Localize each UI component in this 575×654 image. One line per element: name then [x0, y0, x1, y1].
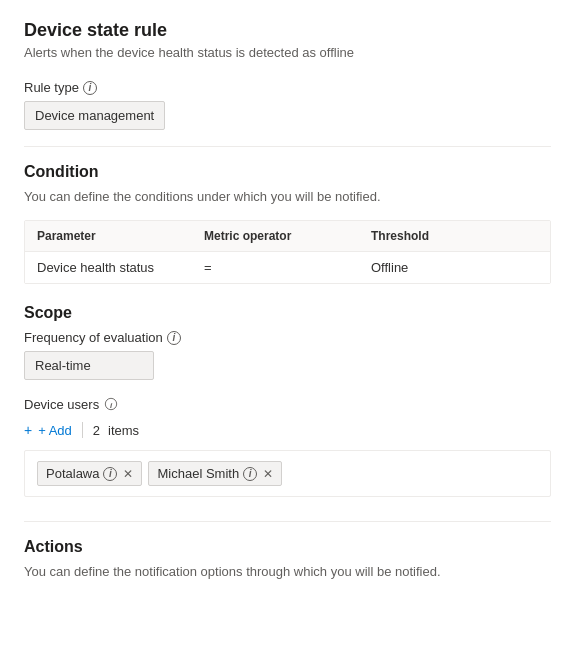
actions-section: Actions You can define the notification …	[24, 521, 551, 579]
page-title: Device state rule	[24, 20, 551, 41]
rule-type-label: Rule type i	[24, 80, 551, 95]
condition-title: Condition	[24, 163, 551, 181]
tags-container: Potalawa i ✕ Michael Smith i ✕	[24, 450, 551, 497]
scope-section: Scope Frequency of evaluation i Real-tim…	[24, 304, 551, 497]
condition-section: Condition You can define the conditions …	[24, 163, 551, 284]
scope-title: Scope	[24, 304, 551, 322]
actions-description: You can define the notification options …	[24, 564, 551, 579]
items-suffix: items	[108, 423, 139, 438]
tag-potalawa: Potalawa i ✕	[37, 461, 142, 486]
actions-title: Actions	[24, 538, 551, 556]
header-parameter: Parameter	[37, 229, 204, 243]
plus-icon: +	[24, 422, 32, 438]
add-label: + Add	[38, 423, 72, 438]
vertical-divider	[82, 422, 83, 438]
condition-table-header: Parameter Metric operator Threshold	[25, 221, 550, 252]
cell-parameter: Device health status	[37, 260, 204, 275]
rule-type-group: Rule type i Device management	[24, 80, 551, 130]
frequency-value: Real-time	[24, 351, 154, 380]
frequency-label: Frequency of evaluation i	[24, 330, 551, 345]
add-row: + + Add 2 items	[24, 422, 551, 438]
main-container: Device state rule Alerts when the device…	[0, 0, 575, 654]
condition-table-row: Device health status = Offline	[25, 252, 550, 283]
rule-type-value: Device management	[24, 101, 165, 130]
device-users-info-icon[interactable]: i	[103, 396, 119, 412]
device-users-group: Device users i + + Add 2 items	[24, 396, 551, 497]
frequency-field: Frequency of evaluation i Real-time	[24, 330, 551, 380]
tag-potalawa-info-icon[interactable]: i	[103, 467, 117, 481]
cell-threshold: Offline	[371, 260, 538, 275]
tag-michael-smith-info-icon[interactable]: i	[243, 467, 257, 481]
divider-1	[24, 146, 551, 147]
tag-michael-smith: Michael Smith i ✕	[148, 461, 282, 486]
header-metric-operator: Metric operator	[204, 229, 371, 243]
condition-description: You can define the conditions under whic…	[24, 189, 551, 204]
condition-table: Parameter Metric operator Threshold Devi…	[24, 220, 551, 284]
device-users-label: Device users i	[24, 396, 551, 412]
header-threshold: Threshold	[371, 229, 538, 243]
tag-potalawa-name: Potalawa	[46, 466, 99, 481]
items-count: 2	[93, 423, 100, 438]
rule-type-info-icon[interactable]: i	[83, 81, 97, 95]
add-button[interactable]: + + Add	[24, 422, 72, 438]
tag-michael-smith-name: Michael Smith	[157, 466, 239, 481]
tag-michael-smith-close[interactable]: ✕	[263, 467, 273, 481]
cell-metric-operator: =	[204, 260, 371, 275]
page-subtitle: Alerts when the device health status is …	[24, 45, 551, 60]
tag-potalawa-close[interactable]: ✕	[123, 467, 133, 481]
svg-text:i: i	[110, 401, 113, 410]
frequency-info-icon[interactable]: i	[167, 331, 181, 345]
